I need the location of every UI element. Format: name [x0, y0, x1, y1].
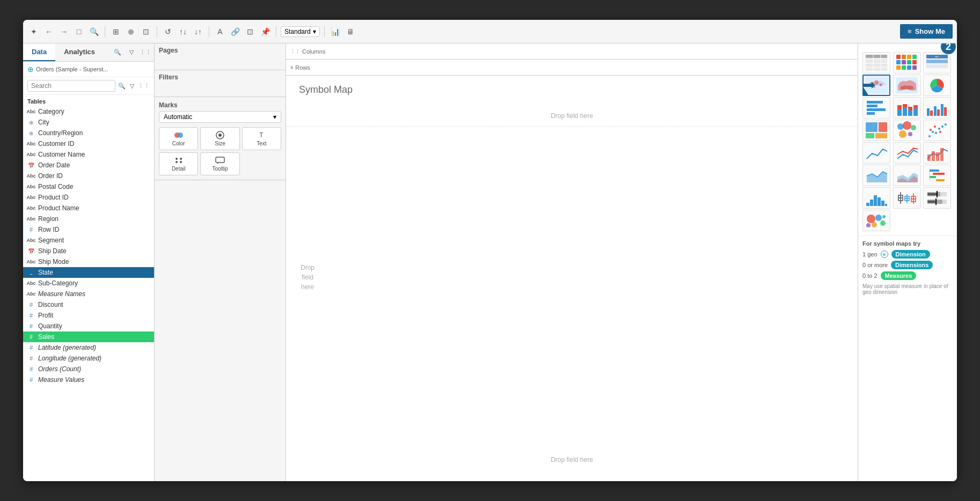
fit-icon[interactable]: ⊡ — [244, 25, 257, 38]
drop-zone-main[interactable]: Drop field here — [286, 449, 858, 470]
marks-size-btn[interactable]: Size — [200, 127, 239, 150]
chart-bullet[interactable] — [923, 187, 951, 209]
field-order-date[interactable]: 📅 Order Date — [23, 160, 154, 171]
marks-text-btn[interactable]: T Text — [242, 127, 281, 150]
field-ship-date[interactable]: 📅 Ship Date — [23, 246, 154, 256]
tab-data[interactable]: Data — [23, 43, 55, 61]
back-icon[interactable]: ← — [42, 25, 55, 38]
text-table-icon — [865, 54, 888, 72]
data-icon[interactable]: ⊞ — [109, 25, 122, 38]
forward-icon[interactable]: → — [57, 25, 70, 38]
chart-dual-line[interactable] — [923, 142, 951, 164]
text-color-icon[interactable]: A — [214, 25, 226, 38]
search-btn[interactable]: 🔍 — [118, 79, 126, 92]
chart-box[interactable] — [893, 187, 921, 209]
device-icon[interactable]: 🖥 — [344, 25, 357, 38]
connect-icon[interactable]: ⊕ — [125, 25, 137, 38]
heat-map-icon — [895, 54, 919, 72]
chart-side-by-side[interactable] — [923, 97, 951, 119]
field-quantity[interactable]: # Quantity — [23, 321, 154, 331]
tab-analytics[interactable]: Analytics — [55, 43, 104, 61]
field-product-name[interactable]: Abc Product Name — [23, 203, 154, 213]
hash-icon: # — [27, 355, 35, 362]
marks-type-dropdown[interactable]: Automatic ▾ — [159, 111, 281, 123]
field-order-id[interactable]: Abc Order ID — [23, 171, 154, 181]
svg-rect-56 — [937, 109, 940, 116]
drop-zone-top[interactable]: Drop field here — [286, 105, 858, 127]
chart-treemap[interactable] — [862, 120, 890, 141]
field-customer-name[interactable]: Abc Customer Name — [23, 149, 154, 160]
marks-detail-btn[interactable]: Detail — [159, 152, 198, 175]
field-state[interactable]: ⊕ State — [23, 267, 154, 278]
chart-area-discrete[interactable] — [893, 165, 921, 186]
marks-tooltip-btn[interactable]: Tooltip — [200, 152, 239, 175]
svg-text:Abc: Abc — [935, 55, 939, 58]
field-product-id[interactable]: Abc Product ID — [23, 192, 154, 203]
present-icon[interactable]: ⊡ — [140, 25, 152, 38]
field-orders-count[interactable]: # Orders (Count) — [23, 364, 154, 374]
field-discount[interactable]: # Discount — [23, 299, 154, 310]
chart-highlight-table[interactable]: Abc — [923, 52, 951, 73]
search-fields-icon[interactable]: 🔍 — [111, 46, 124, 59]
search-icon[interactable]: 🔍 — [87, 25, 100, 38]
sort-asc-icon[interactable]: ↑↓ — [177, 25, 189, 38]
left-panel: Data Analytics 🔍 ▽ ⋮⋮ ⊕ Orders (Sample -… — [23, 43, 155, 481]
marks-color-btn[interactable]: Color — [159, 127, 198, 150]
chart-filled-map[interactable] — [893, 75, 921, 96]
field-customer-id[interactable]: Abc Customer ID — [23, 138, 154, 149]
svg-rect-48 — [903, 104, 907, 107]
show-me-button[interactable]: ≡ Show Me — [900, 24, 953, 39]
chart-circles[interactable] — [893, 120, 921, 141]
view-icon[interactable]: ⋮⋮ — [138, 79, 150, 92]
filter-fields-icon[interactable]: ▽ — [125, 46, 138, 59]
field-region[interactable]: Abc Region — [23, 213, 154, 224]
svg-rect-28 — [907, 65, 911, 70]
save-icon[interactable]: □ — [72, 25, 85, 38]
field-measure-names[interactable]: Abc Measure Names — [23, 289, 154, 299]
field-segment[interactable]: Abc Segment — [23, 235, 154, 246]
undo-icon[interactable]: ↺ — [162, 25, 174, 38]
svg-point-74 — [930, 129, 932, 131]
field-row-id[interactable]: # Row ID — [23, 224, 154, 235]
abc-icon: Abc — [27, 204, 35, 212]
chart-scatter[interactable] — [923, 120, 951, 141]
chart-area[interactable] — [862, 165, 890, 186]
chart-packed-bubbles[interactable] — [862, 210, 890, 231]
field-city[interactable]: ⊕ City — [23, 117, 154, 128]
search-input[interactable] — [27, 80, 115, 92]
chart-horiz-bars[interactable] — [862, 97, 890, 119]
link-icon[interactable]: 🔗 — [229, 25, 242, 38]
field-postal-code[interactable]: Abc Postal Code — [23, 181, 154, 192]
home-icon[interactable]: ✦ — [27, 25, 40, 38]
field-measure-values[interactable]: # Measure Values — [23, 374, 154, 385]
chart-stacked-bars[interactable] — [893, 97, 921, 119]
field-ship-mode[interactable]: Abc Ship Mode — [23, 256, 154, 267]
chart-icon[interactable]: 📊 — [329, 25, 342, 38]
chart-gantt[interactable] — [923, 165, 951, 186]
field-sales[interactable]: # Sales — [23, 331, 154, 342]
field-sub-category[interactable]: Abc Sub-Category — [23, 278, 154, 289]
drop-zone-left[interactable]: Drop field here — [286, 105, 329, 449]
field-latitude[interactable]: # Latitude (generated) — [23, 342, 154, 353]
field-category[interactable]: Abc Category — [23, 106, 154, 117]
standard-dropdown[interactable]: Standard ▾ — [281, 26, 320, 37]
pin-icon[interactable]: 📌 — [259, 25, 272, 38]
sort-desc-icon[interactable]: ↓↑ — [192, 25, 204, 38]
chart-line[interactable] — [862, 142, 890, 164]
chart-heat-map[interactable] — [893, 52, 921, 73]
chart-symbol-map[interactable]: 3 — [862, 75, 890, 96]
filter-icon[interactable]: ▽ — [128, 79, 136, 92]
svg-rect-32 — [926, 64, 948, 68]
svg-point-63 — [897, 123, 904, 130]
hash-icon: # — [27, 344, 35, 351]
field-country[interactable]: ⊕ Country/Region — [23, 128, 154, 138]
field-profit[interactable]: # Profit — [23, 310, 154, 321]
req-row-2: 0 or more Dimensions — [862, 261, 953, 269]
sort-fields-icon[interactable]: ⋮⋮ — [139, 46, 152, 59]
chart-pie[interactable] — [923, 75, 951, 96]
pages-label: Pages — [159, 47, 281, 54]
field-longitude[interactable]: # Longitude (generated) — [23, 353, 154, 364]
chart-histogram[interactable] — [862, 187, 890, 209]
chart-text-table[interactable] — [862, 52, 890, 73]
chart-line-discrete[interactable] — [893, 142, 921, 164]
